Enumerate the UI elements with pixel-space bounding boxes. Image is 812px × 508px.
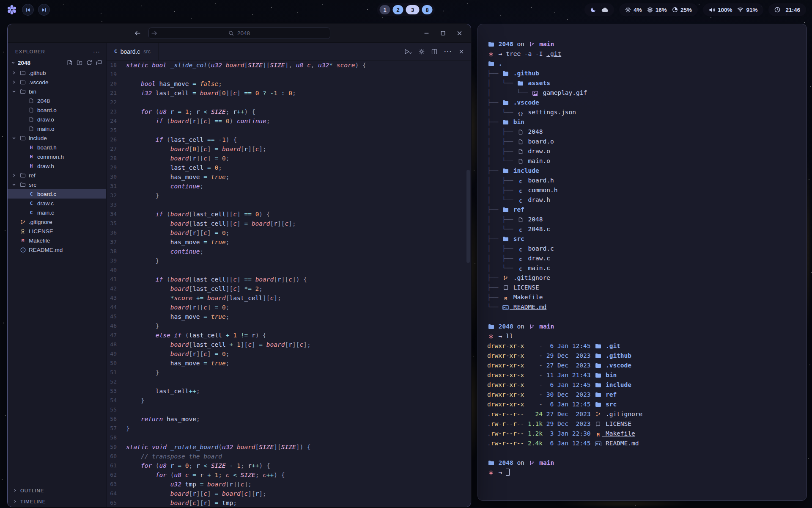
sidebar-file-Makefile[interactable]: MMakefile <box>8 236 106 245</box>
sidebar-file-draw.c[interactable]: Cdraw.c <box>8 199 106 208</box>
code-line-32[interactable]: 32 } <box>107 191 471 200</box>
code-line-24[interactable]: 24 if (board[r][c] == 0) continue; <box>107 116 471 126</box>
code-line-53[interactable]: 53 last_cell++; <box>107 387 471 396</box>
code-line-58[interactable]: 58 <box>107 433 471 442</box>
sidebar-file-LICENSE[interactable]: LICENSE <box>8 226 106 236</box>
weather-widget[interactable] <box>584 3 614 16</box>
sidebar-folder-src[interactable]: src <box>8 180 106 189</box>
sidebar-file-draw.o[interactable]: draw.o <box>8 115 106 124</box>
sidebar-file-draw.h[interactable]: Hdraw.h <box>8 161 106 171</box>
code-line-27[interactable]: 27 board[0][c] = board[r][c]; <box>107 144 471 154</box>
code-line-63[interactable]: 63 u32 tmp = board[r][c]; <box>107 480 471 489</box>
code-line-38[interactable]: 38 continue; <box>107 247 471 256</box>
sidebar-folder-.vscode[interactable]: .vscode <box>8 77 106 87</box>
code-line-41[interactable]: 41 if (board[last_cell][c] == board[r][c… <box>107 275 471 284</box>
media-prev-button[interactable] <box>22 4 34 16</box>
code-editor[interactable]: 18static bool _slide_col(u32 board[SIZE]… <box>107 61 471 507</box>
code-line-23[interactable]: 23 for (u8 r = 1; r < SIZE; r++) { <box>107 107 471 116</box>
close-editor-button[interactable] <box>459 49 464 54</box>
new-folder-button[interactable] <box>77 60 82 66</box>
split-editor-button[interactable] <box>431 49 437 55</box>
maximize-button[interactable] <box>440 30 446 36</box>
sidebar-file-README.md[interactable]: README.md <box>8 245 106 254</box>
navigate-back-button[interactable] <box>134 30 141 36</box>
sidebar-file-board.h[interactable]: Hboard.h <box>8 143 106 152</box>
sidebar-file-common.h[interactable]: Hcommon.h <box>8 152 106 161</box>
code-line-33[interactable]: 33 <box>107 200 471 210</box>
code-line-28[interactable]: 28 board[r][c] = 0; <box>107 154 471 163</box>
sidebar-file-board.c[interactable]: Cboard.c <box>8 189 106 199</box>
sidebar-folder-include[interactable]: include <box>8 133 106 143</box>
code-line-56[interactable]: 56 return has_move; <box>107 414 471 424</box>
code-line-31[interactable]: 31 continue; <box>107 182 471 191</box>
refresh-button[interactable] <box>86 60 92 66</box>
code-line-48[interactable]: 48 board[last_cell + 1][c] = board[r][c]… <box>107 340 471 349</box>
editor-scrollbar[interactable] <box>466 170 470 263</box>
distro-logo-icon[interactable] <box>6 4 18 16</box>
code-line-61[interactable]: 61 for (u8 r = 0; r < SIZE - 1; r++) { <box>107 461 471 470</box>
more-actions-button[interactable]: ··· <box>444 48 452 55</box>
code-line-50[interactable]: 50 has_move = true; <box>107 359 471 368</box>
sidebar-file-main.c[interactable]: Cmain.c <box>8 208 106 217</box>
code-line-20[interactable]: 20 bool has_move = false; <box>107 79 471 88</box>
code-line-65[interactable]: 65 board[c][r] = tmp; <box>107 498 471 507</box>
code-line-35[interactable]: 35 board[last_cell][c] = board[r][c]; <box>107 219 471 228</box>
sidebar-file-main.o[interactable]: main.o <box>8 124 106 133</box>
new-file-button[interactable] <box>67 60 73 66</box>
code-line-22[interactable]: 22 <box>107 98 471 107</box>
workspace-3[interactable]: 3 <box>406 5 420 14</box>
close-button[interactable] <box>457 30 462 36</box>
code-line-55[interactable]: 55 <box>107 405 471 414</box>
audio-network-widget[interactable]: 100% 91% <box>703 3 764 16</box>
code-line-34[interactable]: 34 if (board[last_cell][c] == 0) { <box>107 210 471 219</box>
sidebar-file-2048[interactable]: 2048 <box>8 96 106 105</box>
clock-widget[interactable]: 21:46 <box>768 3 806 16</box>
code-line-59[interactable]: 59static void _rotate_board(u32 board[SI… <box>107 442 471 452</box>
code-line-60[interactable]: 60 // transpose the board <box>107 452 471 461</box>
code-line-18[interactable]: 18static bool _slide_col(u32 board[SIZE]… <box>107 61 471 70</box>
code-line-39[interactable]: 39 } <box>107 256 471 265</box>
code-line-51[interactable]: 51 } <box>107 368 471 377</box>
media-next-button[interactable] <box>38 4 50 16</box>
collapse-all-button[interactable] <box>96 60 102 66</box>
minimize-button[interactable] <box>424 30 429 36</box>
command-center-search[interactable]: 2048 <box>148 28 330 39</box>
code-line-36[interactable]: 36 board[r][c] = 0; <box>107 228 471 237</box>
code-line-37[interactable]: 37 has_move = true; <box>107 237 471 247</box>
explorer-more-actions-button[interactable]: ··· <box>93 48 100 55</box>
code-line-54[interactable]: 54 } <box>107 396 471 405</box>
code-line-62[interactable]: 62 for (u8 c = r + 1; c < SIZE; c++) { <box>107 470 471 480</box>
code-line-47[interactable]: 47 else if (last_cell + 1 != r) { <box>107 331 471 340</box>
code-line-64[interactable]: 64 board[r][c] = board[c][r]; <box>107 489 471 498</box>
terminal-window[interactable]: 2048 on main → tree -a -I .git .├── .git… <box>477 24 807 501</box>
system-stats-widget[interactable]: 4% 16% 25% <box>619 3 698 16</box>
timeline-panel-header[interactable]: TIMELINE <box>8 496 106 507</box>
code-line-29[interactable]: 29 last_cell = 0; <box>107 163 471 172</box>
code-line-25[interactable]: 25 <box>107 126 471 135</box>
navigate-forward-button[interactable] <box>151 30 157 36</box>
sidebar-file-.gitignore[interactable]: .gitignore <box>8 217 106 226</box>
tab-board-c[interactable]: C board.c src <box>107 43 159 60</box>
code-line-21[interactable]: 21 i32 last_cell = board[0][c] == 0 ? -1… <box>107 88 471 98</box>
code-line-30[interactable]: 30 has_move = true; <box>107 172 471 182</box>
settings-button[interactable] <box>419 49 425 55</box>
code-line-43[interactable]: 43 *score += board[last_cell][c]; <box>107 293 471 303</box>
sidebar-folder-bin[interactable]: bin <box>8 87 106 96</box>
code-line-26[interactable]: 26 if (last_cell == -1) { <box>107 135 471 144</box>
sidebar-folder-.github[interactable]: .github <box>8 68 106 77</box>
code-line-45[interactable]: 45 has_move = true; <box>107 312 471 321</box>
sidebar-file-board.o[interactable]: board.o <box>8 105 106 115</box>
run-button[interactable] <box>404 49 412 55</box>
outline-panel-header[interactable]: OUTLINE <box>8 485 106 496</box>
code-line-40[interactable]: 40 <box>107 265 471 275</box>
workspace-2[interactable]: 2 <box>393 5 403 14</box>
project-root-row[interactable]: 2048 <box>8 57 106 68</box>
code-line-42[interactable]: 42 board[last_cell][c] *= 2; <box>107 284 471 293</box>
code-line-57[interactable]: 57} <box>107 424 471 433</box>
editor-titlebar[interactable]: 2048 <box>8 24 471 43</box>
code-line-46[interactable]: 46 } <box>107 321 471 331</box>
workspace-1[interactable]: 1 <box>380 5 390 14</box>
workspace-8[interactable]: 8 <box>422 5 433 14</box>
sidebar-folder-ref[interactable]: ref <box>8 171 106 180</box>
code-line-44[interactable]: 44 board[r][c] = 0; <box>107 303 471 312</box>
